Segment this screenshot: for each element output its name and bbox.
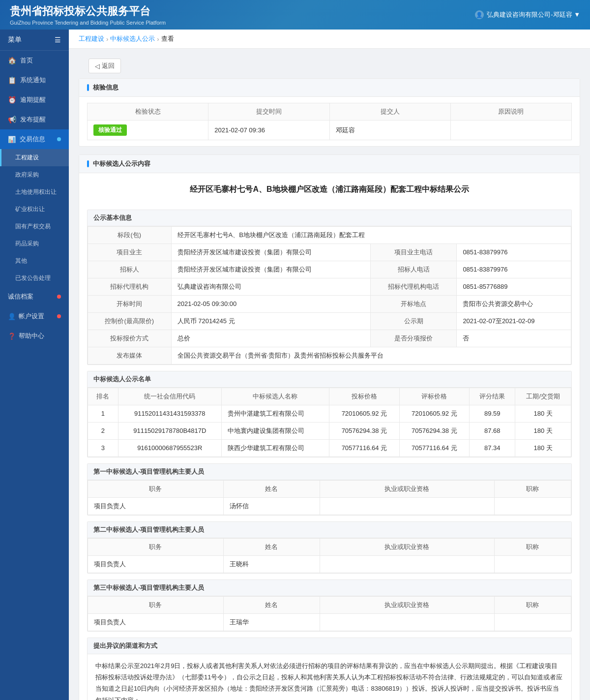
cand-col-code: 统一社会信用代码	[118, 388, 221, 405]
fc-name: 汤怀信	[223, 497, 320, 515]
sidebar-sub-land[interactable]: 土地使用权出让	[0, 183, 69, 201]
sidebar-sub-other[interactable]: 其他	[0, 252, 69, 270]
cand-r2-rank: 2	[88, 422, 118, 439]
deadline-icon: ⏰	[8, 96, 16, 104]
sidebar-item-home-label: 首页	[20, 56, 33, 65]
sidebar-sub-engineering[interactable]: 工程建设	[0, 149, 69, 166]
second-cand-header: 第二中标候选人-项目管理机构主要人员	[88, 522, 571, 538]
verify-title: 核验信息	[93, 83, 118, 92]
sc-title-val	[494, 555, 571, 573]
sidebar-sub-state[interactable]: 国有产权交易	[0, 218, 69, 235]
basic-label-agency-phone: 招标代理机构电话	[370, 278, 456, 295]
cand-row-2: 2 91115029178780B4817D 中地寰内建设集团有限公司 7057…	[88, 422, 571, 439]
basic-label-ctrl-price: 控制价(最高限价)	[88, 312, 172, 330]
basic-val-bid-mode: 总价	[171, 330, 370, 347]
account-icon: 👤	[8, 313, 16, 320]
basic-row-4: 开标时间 2021-02-05 09:30:00 开标地点 贵阳市公共资源交易中…	[88, 295, 571, 312]
basic-label-open-loc: 开标地点	[370, 295, 456, 312]
basic-val-owner: 贵阳经济开发区城市建设投资（集团）有限公司	[171, 243, 370, 261]
basic-label-owner-phone: 项目业主电话	[370, 243, 456, 261]
sc-role: 项目负责人	[88, 555, 224, 573]
sidebar-item-trade-label: 交易信息	[20, 135, 45, 144]
verify-section-body: 检验状态 提交时间 提交人 原因说明 核验通过 2021	[79, 97, 580, 146]
basic-val-bidder-phone: 0851-83879976	[457, 261, 571, 278]
basic-label-owner: 项目业主	[88, 243, 172, 261]
basic-row-6: 投标报价方式 总价 是否分项报价 否	[88, 330, 571, 347]
sidebar-sub-processed[interactable]: 已发公告处理	[0, 270, 69, 287]
header-user[interactable]: 👤 弘典建设咨询有限公司-邓廷容 ▼	[475, 10, 580, 19]
cand-r2-score: 87.68	[470, 422, 515, 439]
sidebar-credit[interactable]: 诚信档案	[0, 287, 69, 306]
sidebar-help[interactable]: ❓ 帮助中心	[0, 326, 69, 346]
basic-label-bidder-phone: 招标人电话	[370, 261, 456, 278]
sidebar-sub-goods[interactable]: 药品采购	[0, 235, 69, 252]
back-arrow-icon: ◁	[95, 62, 100, 70]
cand-r3-score: 87.34	[470, 439, 515, 457]
sc-col-qual: 执业或职业资格	[320, 538, 494, 555]
cand-r3-name: 陕西少华建筑工程有限公司	[221, 439, 329, 457]
basic-info-body: 标段(包) 经开区毛寨村七号A、B地块棚户区改造（浦江路南延段）配套工程 项目业…	[88, 226, 571, 365]
verify-col-status: 检验状态	[88, 103, 208, 121]
sc-col-name: 姓名	[223, 538, 320, 555]
basic-val-agency: 弘典建设咨询有限公司	[171, 278, 370, 295]
main-layout: 菜单 ☰ 🏠 首页 📋 系统通知 ⏰ 逾期提醒 📢 发布提醒 📊 交易信息	[0, 30, 590, 700]
verify-section: 核验信息 检验状态 提交时间 提交人 原因说明	[79, 78, 580, 147]
sidebar-item-notify[interactable]: 📋 系统通知	[0, 70, 69, 90]
basic-label-pub-period: 公示期	[370, 312, 456, 330]
main-content: 工程建设 › 中标候选人公示 › 查看 ◁ 返回 核验信息	[69, 30, 590, 700]
cand-r2-name: 中地寰内建设集团有限公司	[221, 422, 329, 439]
verify-reason-cell	[450, 121, 571, 140]
basic-label-open-time: 开标时间	[88, 295, 172, 312]
verify-table: 检验状态 提交时间 提交人 原因说明 核验通过 2021	[87, 103, 572, 140]
third-cand-table: 职务 姓名 执业或职业资格 职称 项目负责人 王瑞华	[88, 596, 571, 631]
second-cand-table: 职务 姓名 执业或职业资格 职称 项目负责人 王晓科	[88, 538, 571, 573]
sidebar-sub-mineral[interactable]: 矿业权出让	[0, 201, 69, 218]
header-logo: 贵州省招标投标公共服务平台 GuiZhou Province Tendering…	[10, 4, 166, 26]
sidebar-account[interactable]: 👤 帐户设置	[0, 306, 69, 326]
verify-time-cell: 2021-02-07 09:36	[208, 121, 329, 140]
basic-row-2: 招标人 贵阳经济开发区城市建设投资（集团）有限公司 招标人电话 0851-838…	[88, 261, 571, 278]
third-cand-header: 第三中标候选人-项目管理机构主要人员	[88, 580, 571, 596]
cand-r3-code: 91610000687955523R	[118, 439, 221, 457]
cand-r1-score: 89.59	[470, 405, 515, 422]
breadcrumb-engineering[interactable]: 工程建设	[79, 34, 104, 43]
sidebar-sub-gov[interactable]: 政府采购	[0, 166, 69, 183]
sidebar-menu-icon[interactable]: ☰	[55, 36, 61, 44]
cand-col-rank: 排名	[88, 388, 118, 405]
verify-col-reason: 原因说明	[450, 103, 571, 121]
cand-col-name: 中标候选人名称	[221, 388, 329, 405]
sidebar: 菜单 ☰ 🏠 首页 📋 系统通知 ⏰ 逾期提醒 📢 发布提醒 📊 交易信息	[0, 30, 69, 700]
cand-col-eval-price: 评标价格	[399, 388, 469, 405]
complaint-body: 中标结果公示至2021年2月9日，投标人或者其他利害关系人对依法必须进行招标的项…	[88, 654, 571, 700]
sidebar-section-trade: 📊 交易信息 工程建设 政府采购 土地使用权出让 矿业权出让 国有产权交易 药	[0, 129, 69, 287]
sidebar-item-notify-label: 系统通知	[20, 76, 46, 85]
home-icon: 🏠	[8, 57, 16, 64]
back-button[interactable]: ◁ 返回	[88, 59, 121, 73]
sidebar-item-publish[interactable]: 📢 发布提醒	[0, 110, 69, 129]
breadcrumb-candidate[interactable]: 中标候选人公示	[110, 34, 155, 43]
fc-role: 项目负责人	[88, 497, 224, 515]
first-candidate-section: 第一中标候选人-项目管理机构主要人员 职务 姓名 执业或职业资格 职称	[87, 463, 572, 516]
cand-r1-code: 91152011431431593378	[118, 405, 221, 422]
basic-val-media: 全国公共资源交易平台（贵州省·贵阳市）及贵州省招标投标公共服务平台	[171, 347, 571, 364]
header: 贵州省招标投标公共服务平台 GuiZhou Province Tendering…	[0, 0, 590, 30]
tc-col-qual: 执业或职业资格	[320, 596, 494, 613]
sidebar-section-trade-header[interactable]: 📊 交易信息	[0, 129, 69, 149]
breadcrumb-sep2: ›	[157, 35, 159, 43]
basic-val-pub-period: 2021-02-07至2021-02-09	[457, 312, 571, 330]
sidebar-item-deadline[interactable]: ⏰ 逾期提醒	[0, 90, 69, 110]
cand-r1-bid: 72010605.92 元	[329, 405, 399, 422]
second-cand-hrow: 职务 姓名 执业或职业资格 职称	[88, 538, 571, 555]
breadcrumb-current: 查看	[161, 34, 174, 43]
trade-dot	[57, 137, 61, 141]
sidebar-item-home[interactable]: 🏠 首页	[0, 51, 69, 70]
verify-status-cell: 核验通过	[88, 121, 208, 140]
verify-row: 核验通过 2021-02-07 09:36 邓廷容	[88, 121, 572, 140]
credit-dot	[57, 295, 61, 299]
pub-main-title: 经开区毛寨村七号A、B地块棚户区改造（浦江路南延段）配套工程中标结果公示	[79, 173, 580, 204]
sc-name: 王晓科	[223, 555, 320, 573]
basic-row-1: 项目业主 贵阳经济开发区城市建设投资（集团）有限公司 项目业主电话 0851-8…	[88, 243, 571, 261]
breadcrumb: 工程建设 › 中标候选人公示 › 查看	[69, 30, 590, 49]
sidebar-item-publish-label: 发布提醒	[20, 115, 46, 124]
site-title-cn: 贵州省招标投标公共服务平台	[10, 4, 166, 19]
